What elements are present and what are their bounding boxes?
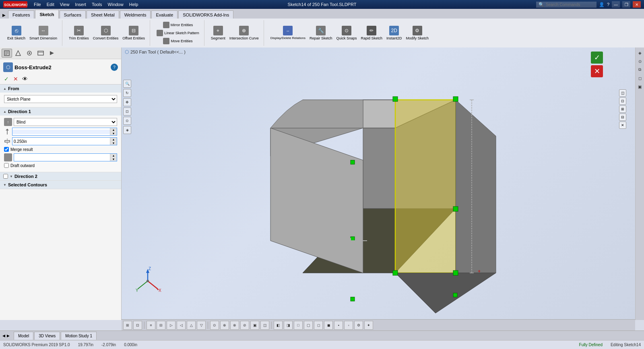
pm-from-select[interactable]: Sketch Plane Surface/Face/Plane Vertex O… bbox=[4, 95, 117, 103]
pm-merge-label[interactable]: Merge result bbox=[4, 147, 33, 152]
property-manager-tab[interactable] bbox=[2, 49, 12, 58]
rp-btn-3[interactable]: ⧉ bbox=[636, 66, 644, 73]
tr-icon-5[interactable]: ✕ bbox=[619, 122, 626, 129]
viewport[interactable]: ⬡ 250 Fan Tool ( Default<<... ) 🔍 ↻ ✥ ⊡ … bbox=[122, 47, 635, 320]
pm-depth-value-input[interactable]: 0.250in ▲ ▼ bbox=[12, 137, 117, 145]
pm-secondary-up[interactable]: ▲ bbox=[110, 154, 117, 157]
pm-depth-down[interactable]: ▼ bbox=[110, 132, 117, 135]
search-bar[interactable]: 🔍 bbox=[536, 2, 597, 8]
bt-btn-21[interactable]: ▪ bbox=[334, 321, 343, 330]
quick-snaps-button[interactable]: ⊙ Quick Snaps bbox=[334, 25, 358, 41]
bt-btn-2[interactable]: ⊡ bbox=[133, 321, 142, 330]
rapid-sketch-button[interactable]: ✏ Rapid Sketch bbox=[359, 25, 384, 41]
motion-manager-tab[interactable] bbox=[47, 49, 57, 58]
vp-icon-rotate[interactable]: ↻ bbox=[123, 89, 131, 97]
tab-sheet-metal[interactable]: Sheet Metal bbox=[87, 10, 119, 19]
rp-btn-5[interactable]: ▣ bbox=[636, 83, 644, 90]
pm-help-button[interactable]: ? bbox=[111, 64, 118, 71]
tr-icon-3[interactable]: ⊞ bbox=[619, 105, 626, 113]
bt-btn-17[interactable]: □ bbox=[294, 321, 303, 330]
bt-btn-20[interactable]: ◼ bbox=[324, 321, 333, 330]
tab-model[interactable]: Model bbox=[14, 332, 33, 340]
vp-icon-zoom-fit[interactable]: ⊡ bbox=[123, 107, 131, 116]
rp-btn-4[interactable]: ◻ bbox=[636, 74, 644, 82]
pm-section-dir2-header[interactable]: ▼ Direction 2 bbox=[0, 172, 121, 180]
bt-btn-11[interactable]: ⊗ bbox=[230, 321, 239, 330]
pm-secondary-value[interactable] bbox=[14, 155, 110, 160]
tr-icon-4[interactable]: ⊟ bbox=[619, 114, 626, 121]
expand-icon[interactable]: ▶ bbox=[0, 12, 8, 19]
modify-sketch-button[interactable]: ⚙ Modify Sketch bbox=[405, 25, 431, 41]
bt-btn-22[interactable]: ▫ bbox=[344, 321, 353, 330]
pm-depth-text[interactable]: 0.250in bbox=[12, 139, 110, 144]
bt-btn-9[interactable]: ⊙ bbox=[210, 321, 219, 330]
bt-btn-12[interactable]: ⊘ bbox=[240, 321, 249, 330]
pm-depth-val-up[interactable]: ▲ bbox=[110, 138, 117, 141]
menu-view[interactable]: View bbox=[58, 1, 72, 8]
bt-btn-10[interactable]: ⊕ bbox=[220, 321, 229, 330]
tab-solidworks-addins[interactable]: SOLIDWORKS Add-Ins bbox=[178, 10, 233, 19]
tab-sketch[interactable]: Sketch bbox=[35, 10, 58, 19]
rp-btn-2[interactable]: ⊙ bbox=[636, 58, 644, 65]
display-manager-tab[interactable] bbox=[35, 49, 46, 58]
bt-btn-7[interactable]: △ bbox=[187, 321, 196, 330]
repair-sketch-button[interactable]: 🔧 Repair Sketch bbox=[308, 25, 334, 41]
pm-depth-up[interactable]: ▲ bbox=[110, 128, 117, 132]
pm-secondary-down[interactable]: ▼ bbox=[110, 157, 117, 161]
rp-btn-1[interactable]: ◈ bbox=[636, 49, 644, 56]
menu-file[interactable]: File bbox=[31, 1, 43, 8]
bt-btn-8[interactable]: ▽ bbox=[197, 321, 206, 330]
pm-preview-button[interactable]: 👁 bbox=[21, 75, 29, 83]
bt-btn-14[interactable]: ◫ bbox=[260, 321, 269, 330]
pm-draft-label[interactable]: Draft outward bbox=[4, 163, 35, 168]
exit-sketch-button[interactable]: ⎋ Exit Sketch bbox=[6, 25, 27, 41]
pm-depth-value[interactable] bbox=[12, 130, 110, 134]
menu-help[interactable]: Help bbox=[127, 1, 141, 8]
tr-icon-1[interactable]: ◫ bbox=[619, 89, 626, 97]
pm-depth-val-down[interactable]: ▼ bbox=[110, 141, 117, 145]
pm-section-dir1-header[interactable]: ▲ Direction 1 bbox=[0, 107, 121, 116]
vp-icon-normal[interactable]: ⊙ bbox=[123, 117, 131, 125]
smart-dimension-button[interactable]: ↔ Smart Dimension bbox=[28, 25, 59, 41]
bt-btn-19[interactable]: ◻ bbox=[314, 321, 323, 330]
bt-btn-6[interactable]: ◁ bbox=[177, 321, 186, 330]
pm-secondary-spinner[interactable]: ▲ ▼ bbox=[110, 154, 117, 161]
menu-window[interactable]: Window bbox=[105, 1, 126, 8]
confirm-x-button[interactable]: ✕ bbox=[591, 65, 603, 77]
minimize-button[interactable]: — bbox=[612, 1, 620, 8]
tab-weldments[interactable]: Weldments bbox=[120, 10, 151, 19]
bt-btn-24[interactable]: ✦ bbox=[364, 321, 373, 330]
pm-depth-val-spinner[interactable]: ▲ ▼ bbox=[110, 138, 117, 145]
search-input[interactable] bbox=[546, 2, 594, 7]
pm-accept-button[interactable]: ✓ bbox=[2, 75, 10, 83]
tab-features[interactable]: Features bbox=[8, 10, 34, 19]
menu-insert[interactable]: Insert bbox=[72, 1, 89, 8]
intersection-curve-button[interactable]: ⊕ Intersection Curve bbox=[228, 25, 260, 41]
pm-depth-input[interactable]: ▲ ▼ bbox=[12, 128, 117, 136]
vp-icon-view[interactable]: ◈ bbox=[123, 126, 131, 134]
tab-surfaces[interactable]: Surfaces bbox=[60, 10, 86, 19]
menu-tools[interactable]: Tools bbox=[89, 1, 105, 8]
bt-btn-4[interactable]: ⊟ bbox=[157, 321, 165, 330]
bt-btn-3[interactable]: ≡ bbox=[147, 321, 155, 330]
confirm-check-button[interactable]: ✓ bbox=[591, 52, 603, 64]
vp-icon-zoom[interactable]: 🔍 bbox=[123, 80, 131, 88]
bt-btn-16[interactable]: ◨ bbox=[284, 321, 293, 330]
bt-btn-1[interactable]: ⊞ bbox=[123, 321, 132, 330]
display-delete-relations-button[interactable]: ↔ Display/Delete Relations bbox=[269, 25, 307, 41]
pm-dir2-checkbox[interactable] bbox=[3, 174, 8, 179]
tr-icon-2[interactable]: ⊡ bbox=[619, 97, 626, 105]
close-button[interactable]: ✕ bbox=[633, 1, 641, 8]
menu-edit[interactable]: Edit bbox=[44, 1, 57, 8]
feature-manager-tab[interactable] bbox=[13, 49, 23, 58]
bt-btn-13[interactable]: ▣ bbox=[250, 321, 259, 330]
pm-draft-checkbox[interactable] bbox=[4, 163, 9, 168]
trim-entities-button[interactable]: ✂ Trim Entities bbox=[67, 25, 91, 41]
bt-btn-23[interactable]: ⚙ bbox=[354, 321, 363, 330]
help-icon[interactable]: ? bbox=[607, 2, 609, 7]
mirror-entities-button[interactable]: Mirror Entities bbox=[161, 21, 195, 29]
vp-icon-pan[interactable]: ✥ bbox=[123, 98, 131, 106]
pm-cancel-button[interactable]: ✕ bbox=[12, 75, 20, 83]
tab-scroll-left[interactable]: ◀ bbox=[2, 333, 6, 339]
tab-3d-views[interactable]: 3D Views bbox=[34, 332, 60, 340]
